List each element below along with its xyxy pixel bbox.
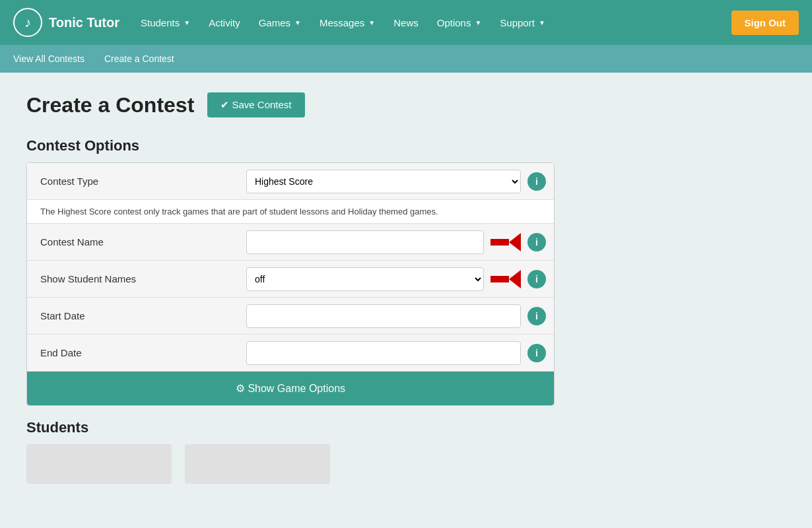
chevron-down-icon: ▼ — [475, 19, 481, 26]
start-date-input[interactable] — [246, 304, 521, 328]
show-student-names-select[interactable]: off on — [246, 267, 484, 291]
contest-type-select[interactable]: Highest Score Most Improved Most Games P… — [246, 170, 521, 193]
contest-type-row: Contest Type Highest Score Most Improved… — [27, 163, 554, 200]
nav-item-options[interactable]: Options ▼ — [429, 12, 490, 34]
show-student-names-label: Show Student Names — [27, 265, 238, 292]
student-card-1 — [26, 444, 172, 484]
contest-name-arrow-annotation — [491, 233, 521, 251]
contest-options-container: Contest Type Highest Score Most Improved… — [26, 162, 555, 406]
student-card-2 — [185, 444, 330, 484]
chevron-down-icon: ▼ — [184, 19, 190, 26]
show-student-names-info-icon[interactable]: i — [527, 270, 546, 288]
page-title-row: Create a Contest ✔ Save Contest — [26, 92, 786, 117]
subnav-view-all-contests[interactable]: View All Contests — [13, 51, 85, 67]
show-game-options-button[interactable]: ⚙ Show Game Options — [27, 372, 554, 405]
contest-type-label: Contest Type — [27, 168, 238, 195]
nav-item-activity[interactable]: Activity — [201, 12, 248, 34]
nav-item-news[interactable]: News — [386, 12, 426, 34]
start-date-value: i — [238, 299, 554, 333]
brand: ♪ Tonic Tutor — [13, 8, 119, 37]
start-date-label: Start Date — [27, 302, 238, 329]
contest-name-info-icon[interactable]: i — [527, 233, 546, 251]
brand-logo-symbol: ♪ — [24, 15, 31, 30]
contest-name-row: Contest Name i — [27, 224, 554, 261]
nav-item-games[interactable]: Games ▼ — [251, 12, 309, 34]
contest-type-info-icon[interactable]: i — [527, 172, 546, 191]
chevron-down-icon: ▼ — [368, 19, 375, 26]
end-date-info-icon[interactable]: i — [527, 344, 546, 362]
students-cards-row — [26, 444, 786, 484]
save-contest-button[interactable]: ✔ Save Contest — [207, 92, 304, 117]
show-student-names-row: Show Student Names off on i — [27, 261, 554, 298]
contest-type-info-text: The Highest Score contest only track gam… — [27, 200, 554, 224]
nav-item-support[interactable]: Support ▼ — [492, 12, 553, 34]
show-student-names-value: off on i — [238, 262, 554, 296]
contest-type-value: Highest Score Most Improved Most Games P… — [238, 164, 554, 199]
chevron-down-icon: ▼ — [539, 19, 545, 26]
end-date-label: End Date — [27, 339, 238, 366]
end-date-value: i — [238, 336, 554, 370]
arrow-head — [509, 270, 521, 288]
show-student-names-arrow-annotation — [491, 270, 521, 288]
start-date-info-icon[interactable]: i — [527, 307, 546, 325]
brand-name: Tonic Tutor — [49, 15, 119, 30]
arrow-head — [509, 233, 521, 251]
contest-name-label: Contest Name — [27, 228, 238, 255]
navbar: ♪ Tonic Tutor Students ▼ Activity Games … — [0, 0, 812, 45]
end-date-input[interactable] — [246, 341, 521, 365]
nav-item-messages[interactable]: Messages ▼ — [312, 12, 383, 34]
sign-out-button[interactable]: Sign Out — [731, 11, 799, 35]
subnav-create-contest[interactable]: Create a Contest — [104, 51, 174, 67]
contest-name-input[interactable] — [246, 230, 484, 254]
students-section-title: Students — [26, 419, 786, 436]
subnav: View All Contests Create a Contest — [0, 45, 812, 73]
arrow-tail — [491, 239, 509, 246]
contest-name-value: i — [238, 225, 554, 259]
brand-logo: ♪ — [13, 8, 42, 37]
contest-options-title: Contest Options — [26, 137, 786, 154]
start-date-row: Start Date i — [27, 298, 554, 335]
page-title: Create a Contest — [26, 93, 194, 117]
page-content: Create a Contest ✔ Save Contest Contest … — [0, 73, 812, 504]
end-date-row: End Date i — [27, 335, 554, 372]
arrow-tail — [491, 276, 509, 282]
chevron-down-icon: ▼ — [294, 19, 301, 26]
nav-items: Students ▼ Activity Games ▼ Messages ▼ N… — [133, 12, 731, 34]
nav-item-students[interactable]: Students ▼ — [133, 12, 198, 34]
students-section: Students — [26, 419, 786, 484]
